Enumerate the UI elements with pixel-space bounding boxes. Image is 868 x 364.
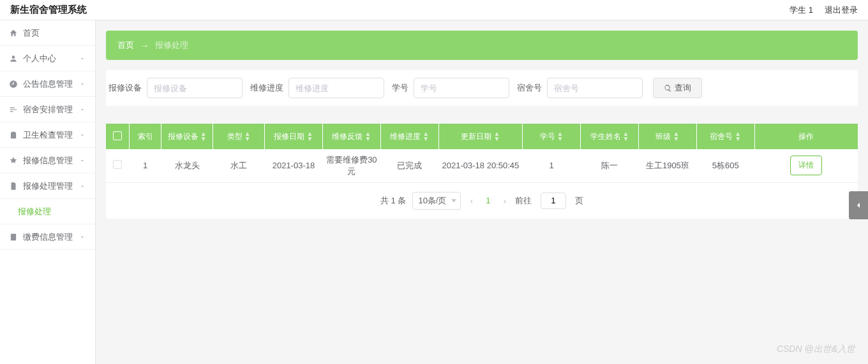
breadcrumb-home[interactable]: 首页	[117, 40, 134, 51]
chevron-down-icon	[79, 55, 86, 62]
sidebar-item-label: 卫生检查管理	[23, 129, 73, 141]
sort-icon: ▲▼	[493, 131, 500, 142]
sliders-icon	[9, 105, 18, 114]
sort-icon: ▲▼	[735, 131, 741, 142]
sidebar-item-hygiene[interactable]: 卫生检查管理	[0, 122, 95, 148]
cell-index: 1	[129, 149, 161, 182]
cell-class: 生工1905班	[638, 149, 696, 182]
search-input-equipment[interactable]	[147, 78, 243, 98]
sidebar-item-home[interactable]: 首页	[0, 20, 95, 46]
sidebar-item-label: 缴费信息管理	[23, 231, 73, 243]
col-class[interactable]: 班级▲▼	[638, 124, 696, 149]
goto-label: 前往	[515, 195, 532, 207]
breadcrumb-sep: →	[140, 41, 149, 50]
prev-page[interactable]: ‹	[467, 196, 475, 206]
chevron-down-icon	[79, 106, 86, 113]
cell-type: 水工	[213, 149, 265, 182]
search-label-equipment: 报修设备	[108, 82, 142, 94]
chevron-left-icon	[853, 200, 864, 210]
search-input-progress[interactable]	[288, 78, 384, 98]
chevron-down-icon	[79, 157, 86, 164]
watermark: CSDN @出世&入世	[777, 344, 855, 355]
page-number[interactable]: 1	[482, 196, 494, 205]
cell-progress: 已完成	[380, 149, 438, 182]
sidebar-item-repair-process[interactable]: 报修处理管理	[0, 173, 95, 199]
app-header: 新生宿舍管理系统 学生 1 退出登录	[0, 0, 868, 20]
data-table: 索引 报修设备▲▼ 类型▲▼ 报修日期▲▼ 维修反馈▲▼ 维修进度▲▼ 更新日期…	[106, 124, 858, 219]
cell-update-date: 2021-03-18 20:50:45	[438, 149, 522, 182]
col-index[interactable]: 索引	[129, 124, 161, 149]
cell-feedback: 需要维修费30元	[322, 149, 380, 182]
search-bar: 报修设备 维修进度 学号 宿舍号 查询	[106, 70, 858, 106]
sort-icon: ▲▼	[623, 131, 629, 142]
sort-icon: ▲▼	[673, 131, 679, 142]
cell-dorm: 5栋605	[696, 149, 754, 182]
sidebar: 首页 个人中心 公告信息管理 宿舍安排管理 卫生检查管理 报修信息管理 报修处理…	[0, 20, 96, 364]
table-header-row: 索引 报修设备▲▼ 类型▲▼ 报修日期▲▼ 维修反馈▲▼ 维修进度▲▼ 更新日期…	[106, 124, 858, 149]
sort-icon: ▲▼	[364, 131, 371, 142]
page-size-select[interactable]: 10条/页	[412, 192, 461, 210]
sort-icon: ▲▼	[200, 131, 207, 142]
detail-button[interactable]: 详情	[790, 156, 822, 175]
main-content: 首页 → 报修处理 报修设备 维修进度 学号 宿舍号 查询	[96, 20, 868, 364]
breadcrumb-current: 报修处理	[155, 40, 188, 51]
sidebar-item-label: 公告信息管理	[23, 78, 73, 90]
sidebar-item-label: 宿舍安排管理	[23, 104, 73, 115]
pin-icon	[9, 156, 18, 165]
col-feedback[interactable]: 维修反馈▲▼	[322, 124, 380, 149]
col-type[interactable]: 类型▲▼	[213, 124, 265, 149]
logout-link[interactable]: 退出登录	[825, 4, 858, 16]
cell-repair-date: 2021-03-18	[264, 149, 322, 182]
row-checkbox[interactable]	[113, 160, 122, 169]
col-checkbox[interactable]	[106, 124, 129, 149]
next-page[interactable]: ›	[500, 196, 509, 206]
header-right: 学生 1 退出登录	[789, 4, 858, 16]
col-sno[interactable]: 学号▲▼	[523, 124, 581, 149]
col-dorm[interactable]: 宿舍号▲▼	[696, 124, 754, 149]
goto-suffix: 页	[575, 195, 583, 207]
sidebar-item-repair-info[interactable]: 报修信息管理	[0, 148, 95, 173]
sidebar-subitem-repair-process[interactable]: 报修处理	[0, 199, 95, 224]
sidebar-item-payment[interactable]: 缴费信息管理	[0, 224, 95, 250]
sort-icon: ▲▼	[244, 131, 251, 142]
clock-icon	[9, 80, 18, 89]
col-operation: 操作	[754, 124, 858, 149]
cell-sno: 1	[523, 149, 581, 182]
cell-sname: 陈一	[581, 149, 639, 182]
user-icon	[9, 54, 18, 63]
chevron-down-icon	[79, 131, 86, 139]
goto-input[interactable]	[541, 193, 566, 209]
pagination: 共 1 条 10条/页 ‹ 1 › 前往 页	[106, 183, 858, 219]
col-update-date[interactable]: 更新日期▲▼	[438, 124, 522, 149]
doc-icon	[9, 182, 18, 191]
breadcrumb: 首页 → 报修处理	[106, 31, 858, 60]
search-label-progress: 维修进度	[250, 82, 283, 94]
sort-icon: ▲▼	[557, 131, 564, 142]
search-input-sno[interactable]	[414, 78, 509, 98]
cell-equipment: 水龙头	[161, 149, 213, 182]
side-drawer-toggle[interactable]	[849, 191, 868, 219]
search-label-sno: 学号	[392, 82, 408, 94]
sidebar-item-dorm-assign[interactable]: 宿舍安排管理	[0, 97, 95, 122]
query-button[interactable]: 查询	[653, 78, 702, 98]
col-equipment[interactable]: 报修设备▲▼	[161, 124, 213, 149]
clipboard-icon	[9, 131, 18, 140]
sidebar-item-label: 报修信息管理	[23, 155, 73, 166]
sidebar-item-profile[interactable]: 个人中心	[0, 46, 95, 71]
search-label-dorm: 宿舍号	[517, 82, 542, 94]
chevron-down-icon	[79, 233, 86, 241]
query-button-label: 查询	[675, 82, 691, 94]
col-repair-date[interactable]: 报修日期▲▼	[264, 124, 322, 149]
select-all-checkbox[interactable]	[113, 131, 122, 140]
search-icon	[664, 84, 672, 92]
chevron-down-icon	[79, 80, 86, 88]
col-sname[interactable]: 学生姓名▲▼	[581, 124, 639, 149]
chevron-up-icon	[79, 182, 86, 190]
col-progress[interactable]: 维修进度▲▼	[380, 124, 438, 149]
current-user[interactable]: 学生 1	[789, 4, 813, 16]
app-title: 新生宿舍管理系统	[10, 4, 87, 16]
table-row: 1 水龙头 水工 2021-03-18 需要维修费30元 已完成 2021-03…	[106, 149, 858, 182]
sidebar-item-announcement[interactable]: 公告信息管理	[0, 71, 95, 97]
search-input-dorm[interactable]	[547, 78, 643, 98]
home-icon	[9, 29, 18, 38]
